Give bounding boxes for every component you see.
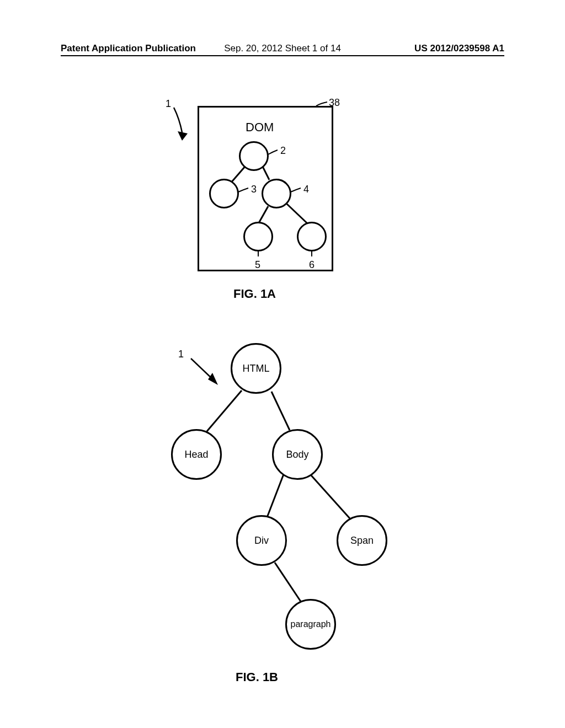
figA-ref-6: 6 <box>309 259 315 271</box>
svg-line-8 <box>267 474 284 517</box>
figA-node-6 <box>297 222 327 251</box>
figB-node-paragraph: paragraph <box>285 599 336 650</box>
svg-marker-0 <box>178 131 188 141</box>
figA-ref-3: 3 <box>251 184 257 195</box>
figA-node-2 <box>239 141 269 171</box>
svg-line-9 <box>311 475 350 518</box>
figB-ref-1: 1 <box>178 349 184 360</box>
svg-line-2 <box>263 167 269 180</box>
svg-line-6 <box>207 390 242 431</box>
figA-node-3 <box>209 179 239 208</box>
svg-line-7 <box>271 392 290 430</box>
figB-node-body-label: Body <box>286 449 308 461</box>
figA-node-5 <box>243 222 273 251</box>
figA-ref-5: 5 <box>255 259 260 271</box>
figA-ref-38: 38 <box>329 97 340 109</box>
figB-node-html: HTML <box>231 343 281 394</box>
figA-node-4 <box>262 179 291 208</box>
figB-node-paragraph-label: paragraph <box>291 619 331 629</box>
figB-node-div-label: Div <box>254 535 269 547</box>
svg-line-1 <box>231 167 245 183</box>
figB-node-head: Head <box>171 429 222 480</box>
figA-caption: FIG. 1A <box>233 287 276 301</box>
figB-caption: FIG. 1B <box>236 670 278 684</box>
figB-node-span-label: Span <box>350 535 374 547</box>
figA-ref-4: 4 <box>303 184 309 195</box>
figA-ref-2: 2 <box>280 145 286 157</box>
figB-node-body: Body <box>272 429 323 480</box>
figA-ref-1: 1 <box>166 98 171 110</box>
figB-node-html-label: HTML <box>243 363 270 374</box>
figB-node-span: Span <box>337 515 387 566</box>
svg-line-4 <box>286 203 308 224</box>
svg-marker-5 <box>208 373 218 385</box>
svg-line-10 <box>275 563 301 602</box>
figB-node-head-label: Head <box>184 449 208 461</box>
figA-connectors <box>0 0 565 728</box>
figB-node-div: Div <box>236 515 287 566</box>
